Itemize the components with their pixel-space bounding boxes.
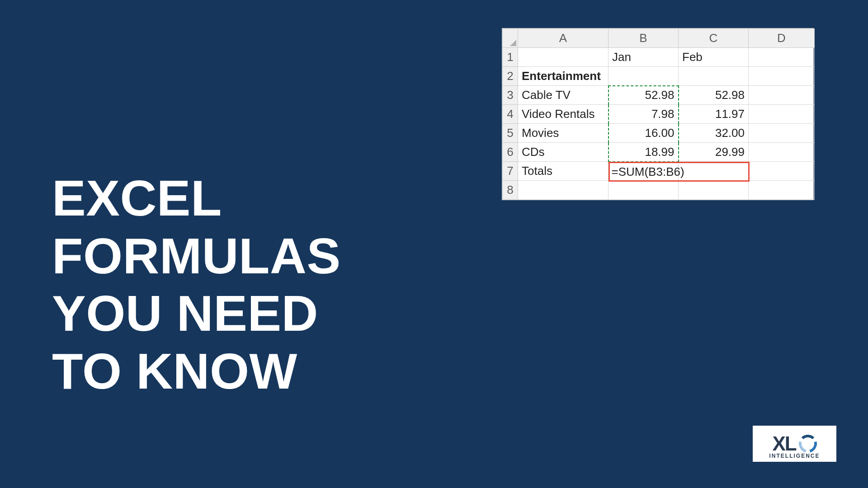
row-header-1[interactable]: 1 (503, 48, 518, 67)
brand-logo: XL INTELLIGENCE (753, 426, 836, 462)
cell-D5[interactable] (749, 124, 815, 143)
row-header-5[interactable]: 5 (503, 124, 518, 143)
title-line-3: YOU NEED (52, 285, 341, 343)
cell-B4[interactable]: 7.98 (609, 105, 679, 124)
cell-A6[interactable]: CDs (518, 143, 609, 162)
select-all-corner[interactable] (503, 29, 518, 48)
cell-D8[interactable] (749, 181, 815, 200)
title-line-2: FORMULAS (52, 227, 341, 285)
col-header-B[interactable]: B (609, 29, 679, 48)
cell-A5[interactable]: Movies (518, 124, 609, 143)
cell-C5[interactable]: 32.00 (679, 124, 749, 143)
cell-D1[interactable] (749, 48, 815, 67)
cell-D7[interactable] (749, 162, 815, 181)
row-header-6[interactable]: 6 (503, 143, 518, 162)
cell-C3[interactable]: 52.98 (679, 86, 749, 105)
cell-C1[interactable]: Feb (679, 48, 749, 67)
cell-D2[interactable] (749, 67, 815, 86)
cell-B5[interactable]: 16.00 (609, 124, 679, 143)
spreadsheet-panel: A B C D 1 Jan Feb 2 Entertainment 3 Cabl… (502, 28, 814, 200)
spreadsheet-grid[interactable]: A B C D 1 Jan Feb 2 Entertainment 3 Cabl… (502, 28, 815, 200)
cell-A4[interactable]: Video Rentals (518, 105, 609, 124)
title-line-4: TO KNOW (52, 343, 341, 400)
cell-C6[interactable]: 29.99 (679, 143, 749, 162)
logo-swirl-icon (799, 435, 817, 453)
cell-A1[interactable] (518, 48, 609, 67)
cell-C7[interactable] (679, 162, 749, 181)
cell-B7[interactable] (609, 162, 679, 181)
cell-A2[interactable]: Entertainment (518, 67, 609, 86)
cell-A3[interactable]: Cable TV (518, 86, 609, 105)
logo-subtext: INTELLIGENCE (753, 453, 836, 459)
col-header-D[interactable]: D (749, 29, 815, 48)
row-header-3[interactable]: 3 (503, 86, 518, 105)
cell-B6[interactable]: 18.99 (609, 143, 679, 162)
logo-text: XL (772, 432, 796, 455)
cell-B2[interactable] (609, 67, 679, 86)
cell-D3[interactable] (749, 86, 815, 105)
row-header-4[interactable]: 4 (503, 105, 518, 124)
cell-C2[interactable] (679, 67, 749, 86)
slide-title: EXCEL FORMULAS YOU NEED TO KNOW (52, 169, 341, 400)
cell-B8[interactable] (609, 181, 679, 200)
title-line-1: EXCEL (52, 169, 341, 227)
col-header-A[interactable]: A (518, 29, 609, 48)
row-header-2[interactable]: 2 (503, 67, 518, 86)
cell-A7[interactable]: Totals (518, 162, 609, 181)
cell-B3[interactable]: 52.98 (609, 86, 679, 105)
row-header-8[interactable]: 8 (503, 181, 518, 200)
cell-D4[interactable] (749, 105, 815, 124)
cell-D6[interactable] (749, 143, 815, 162)
col-header-C[interactable]: C (679, 29, 749, 48)
cell-C4[interactable]: 11.97 (679, 105, 749, 124)
cell-A8[interactable] (518, 181, 609, 200)
cell-B1[interactable]: Jan (609, 48, 679, 67)
cell-C8[interactable] (679, 181, 749, 200)
row-header-7[interactable]: 7 (503, 162, 518, 181)
